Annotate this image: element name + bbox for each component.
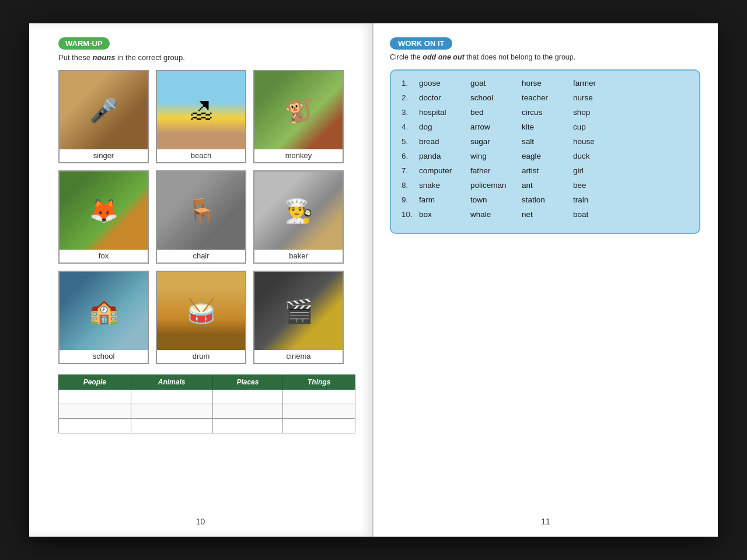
exercise-word: hospital [419,108,460,117]
table-row [59,390,355,404]
exercise-words: farmtownstationtrain [419,195,614,204]
exercise-word: arrow [470,123,511,131]
exercise-words: boxwhalenetboat [419,210,614,219]
exercise-words: goosegoathorsefarmer [419,79,614,88]
exercise-row: 2.doctorschoolteachernurse [402,93,689,102]
exercise-word: school [470,93,511,102]
exercise-words: hospitalbedcircusshop [419,108,614,117]
exercise-word: panda [419,152,460,160]
exercise-row: 10.boxwhalenetboat [402,210,689,219]
exercise-row: 9.farmtownstationtrain [402,195,689,204]
page-number-right: 11 [541,517,550,526]
exercise-num: 4. [402,123,419,131]
exercise-word: cup [573,123,614,131]
exercise-word: sugar [470,137,511,146]
table-row [59,419,355,433]
exercise-word: circus [522,108,563,117]
exercise-words: breadsugarsalthouse [419,137,614,146]
image-cell-school: 🏫school [58,271,149,364]
exercise-word: doctor [419,93,460,102]
image-placeholder: 🏖 [157,71,245,149]
image-placeholder: 🎤 [60,71,148,149]
exercise-num: 1. [402,79,419,88]
exercise-word: whale [470,210,511,219]
exercise-word: policeman [470,181,511,190]
image-grid: 🎤singer🏖beach🐒monkey🦊fox🪑chair👨‍🍳baker🏫s… [58,70,355,364]
col-people: People [59,375,131,390]
exercise-word: horse [522,79,563,88]
book-spread: WARM-UP Put these nouns in the correct g… [29,23,718,537]
exercise-word: house [573,137,614,146]
page-right: WORK ON IT Circle the odd one out that d… [374,23,718,537]
image-cell-singer: 🎤singer [58,70,149,163]
warmup-badge: WARM-UP [58,37,110,50]
image-cell-monkey: 🐒monkey [253,70,344,163]
col-places: Places [212,375,283,390]
exercise-word: shop [573,108,614,117]
exercise-row: 5.breadsugarsalthouse [402,137,689,146]
exercise-word: dog [419,123,460,131]
image-cell-cinema: 🎬cinema [253,271,344,364]
exercise-row: 8.snakepolicemanantbee [402,181,689,190]
exercise-word: net [522,210,563,219]
image-cell-beach: 🏖beach [156,70,246,163]
exercise-word: wing [470,152,511,160]
exercise-words: dogarrowkitecup [419,123,614,131]
exercise-word: father [470,166,511,175]
image-caption: monkey [254,149,343,162]
image-cell-chair: 🪑chair [156,170,246,264]
image-placeholder: 🏫 [60,272,148,350]
exercise-word: bee [573,181,614,190]
table-row [59,404,355,419]
exercise-word: goat [470,79,511,88]
exercise-word: farmer [573,79,614,88]
exercise-num: 2. [402,93,419,102]
warmup-instruction: Put these nouns in the correct group. [58,53,355,62]
exercise-num: 8. [402,181,419,190]
exercise-row: 1.goosegoathorsefarmer [402,79,689,88]
exercise-word: town [470,195,511,204]
exercise-words: snakepolicemanantbee [419,181,614,190]
exercise-num: 7. [402,166,419,175]
image-caption: cinema [254,350,343,363]
col-things: Things [283,375,355,390]
image-caption: beach [157,149,245,162]
exercise-num: 3. [402,108,419,117]
image-placeholder: 🦊 [60,172,148,250]
exercise-word: duck [573,152,614,160]
exercise-num: 10. [402,210,419,219]
exercise-word: train [573,195,614,204]
exercise-word: boat [573,210,614,219]
exercise-num: 6. [402,152,419,160]
exercise-word: ant [522,181,563,190]
exercise-word: girl [573,166,614,175]
exercise-num: 9. [402,195,419,204]
exercise-row: 3.hospitalbedcircusshop [402,108,689,117]
exercise-word: goose [419,79,460,88]
image-cell-drum: 🥁drum [156,271,246,364]
exercise-word: bed [470,108,511,117]
col-animals: Animals [131,375,212,390]
noun-table: People Animals Places Things [58,374,355,433]
image-placeholder: 🪑 [157,172,245,250]
exercise-word: box [419,210,460,219]
exercise-word: nurse [573,93,614,102]
exercise-row: 4.dogarrowkitecup [402,123,689,131]
image-placeholder: 🎬 [254,272,343,350]
image-caption: baker [254,250,343,262]
image-placeholder: 🥁 [157,272,245,350]
image-placeholder: 👨‍🍳 [254,172,343,250]
image-cell-baker: 👨‍🍳baker [253,170,344,264]
exercise-word: salt [522,137,563,146]
exercise-word: eagle [522,152,563,160]
page-number-left: 10 [196,517,205,526]
image-caption: singer [60,149,148,162]
page-left: WARM-UP Put these nouns in the correct g… [29,23,374,537]
work-on-it-badge: WORK ON IT [390,37,452,50]
exercise-word: snake [419,181,460,190]
work-instruction: Circle the odd one out that does not bel… [390,53,700,61]
image-placeholder: 🐒 [254,71,343,149]
exercise-words: doctorschoolteachernurse [419,93,614,102]
exercise-word: kite [522,123,563,131]
exercise-word: computer [419,166,460,175]
